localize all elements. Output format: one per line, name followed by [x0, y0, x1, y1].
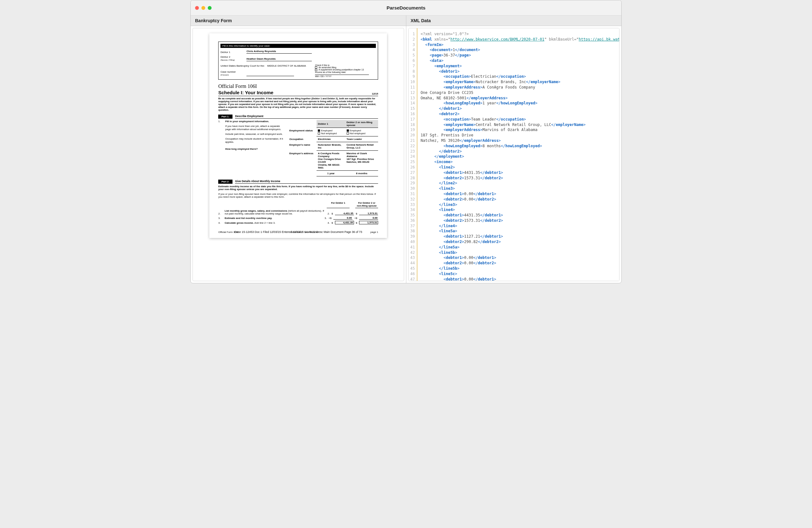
d1-address: A ConAgra Foods Company One Conagra Driv…	[317, 151, 345, 171]
left-pane: Bankruptcy Form Fill in this information…	[191, 16, 406, 283]
chk-d1-emp[interactable]	[318, 129, 320, 132]
ecf-stamp: Case 15-12453 Doc 1 Filed 12/03/15 Enter…	[218, 230, 378, 233]
left-pane-title: Bankruptcy Form	[191, 16, 406, 26]
line-gutter: 1 2 3 4 5 6 7 8 9 10 11 12 13 14 15 16 1…	[408, 28, 417, 281]
col-debtor2: Debtor 2 or non-filing spouse	[345, 120, 378, 128]
amount-column-headers: For Debtor 1 For Debtor 2 or non-filing …	[218, 201, 378, 208]
court-label: United States Bankruptcy Court for the:	[220, 65, 264, 67]
chk-d1-notemp[interactable]	[318, 132, 320, 134]
traffic-lights	[195, 6, 212, 10]
window-title: ParseDocuments	[191, 5, 621, 11]
official-form-title: Official Form 106I	[218, 84, 378, 89]
left-pane-body[interactable]: Fill in this information to identify you…	[192, 28, 404, 281]
l3-d1: 0.00	[333, 216, 352, 219]
d1-employer: Nutcracker Brands, Inc	[317, 142, 345, 151]
split-view: Bankruptcy Form Fill in this information…	[191, 16, 621, 283]
d2-howlong: 8 months	[345, 171, 378, 176]
right-pane-body[interactable]: 1 2 3 4 5 6 7 8 9 10 11 12 13 14 15 16 1…	[408, 28, 620, 281]
identify-header: Fill in this information to identify you…	[220, 44, 376, 48]
identify-box: Fill in this information to identify you…	[218, 42, 378, 80]
checkbox-supplement[interactable]	[315, 69, 317, 71]
minimize-icon[interactable]	[201, 6, 205, 10]
debtor1-value: Chris Anthony Reynolds	[246, 50, 312, 54]
right-pane: XML Data 1 2 3 4 5 6 7 8 9 10 11 12 13 1…	[406, 16, 622, 283]
footer-right: page 1	[371, 231, 378, 233]
l4-d1: 4,431.35	[335, 221, 354, 224]
app-window: ParseDocuments Bankruptcy Form Fill in t…	[190, 0, 622, 283]
d2-address: Marvins of Ozark Alabama 187 Sgt. Prenti…	[345, 151, 378, 171]
titlebar: ParseDocuments	[191, 0, 621, 16]
case-label: Case number (if known)	[220, 70, 243, 76]
d1-occupation: Electrician	[317, 137, 345, 142]
l4-d2: 1,573.31	[359, 221, 378, 224]
close-icon[interactable]	[195, 6, 199, 10]
schedule-title: Schedule I: Your Income 12/15	[218, 90, 378, 96]
debtor1-label: Debtor 1	[220, 51, 243, 54]
part2-header: Part 2: Give Details About Monthly Incom…	[218, 180, 378, 184]
check-block: Check if this is: An amended filing A su…	[315, 64, 369, 77]
d2-employer: Central Network Retail Group, LLC	[345, 142, 378, 151]
xml-editor[interactable]: 1 2 3 4 5 6 7 8 9 10 11 12 13 14 15 16 1…	[408, 28, 620, 281]
l2-d1: 4,431.35	[335, 212, 354, 215]
d2-occupation: Team Leader	[345, 137, 378, 142]
chk-d2-emp[interactable]	[347, 129, 349, 132]
employment-table: Debtor 1 Debtor 2 or non-filing spouse E…	[288, 120, 378, 176]
zoom-icon[interactable]	[208, 6, 212, 10]
debtor2-label: Debtor 2 (Spouse, if filing)	[220, 56, 243, 61]
case-value	[246, 72, 294, 76]
col-debtor1: Debtor 1	[317, 120, 345, 128]
court-value: MIDDLE DISTRICT OF ALABAMA	[267, 65, 321, 67]
d1-howlong: 1 year	[317, 171, 345, 176]
l3-d2: 0.00	[359, 216, 378, 219]
checkbox-amended[interactable]	[315, 66, 317, 69]
l2-d2: 1,573.31	[359, 212, 378, 215]
xml-source[interactable]: <?xml version="1.0"?> <bkml xmlns="http:…	[417, 28, 620, 281]
part1-header: Part 1: Describe Employment	[218, 115, 378, 119]
q1: Fill in your employment information.	[225, 120, 269, 123]
chk-d2-notemp[interactable]	[347, 132, 349, 134]
debtor2-value: Heather Dawn Reynolds	[246, 57, 312, 61]
document-page: Fill in this information to identify you…	[209, 33, 387, 238]
right-pane-title: XML Data	[406, 16, 622, 26]
instructions: Be as complete and accurate as possible.…	[218, 97, 378, 111]
